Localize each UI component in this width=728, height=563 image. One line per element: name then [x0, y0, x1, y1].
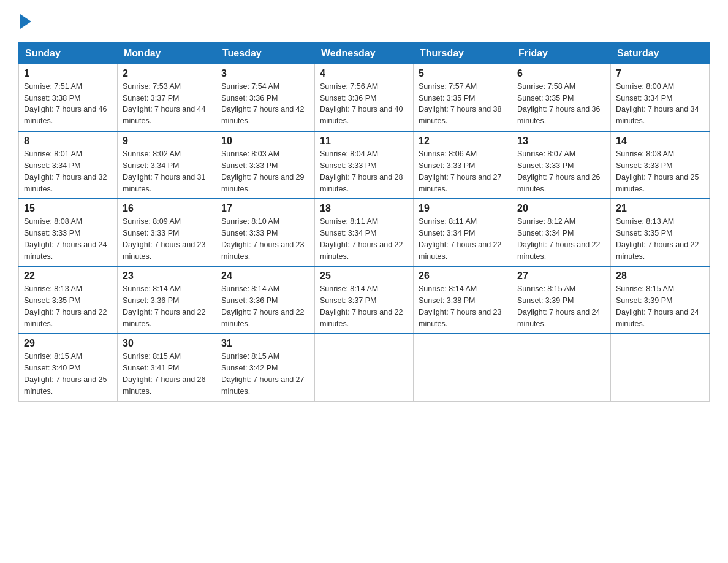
weekday-header-wednesday: Wednesday	[315, 42, 414, 64]
day-info: Sunrise: 8:14 AMSunset: 3:38 PMDaylight:…	[419, 285, 502, 327]
calendar-day-cell: 21 Sunrise: 8:13 AMSunset: 3:35 PMDaylig…	[611, 199, 710, 266]
day-number: 5	[419, 68, 507, 79]
day-info: Sunrise: 8:06 AMSunset: 3:33 PMDaylight:…	[419, 150, 502, 193]
day-info: Sunrise: 8:01 AMSunset: 3:34 PMDaylight:…	[24, 150, 107, 193]
calendar-day-cell: 6 Sunrise: 7:58 AMSunset: 3:35 PMDayligh…	[512, 64, 611, 131]
calendar-day-cell	[315, 334, 414, 401]
day-info: Sunrise: 8:03 AMSunset: 3:33 PMDaylight:…	[221, 150, 305, 193]
calendar-day-cell	[414, 334, 512, 401]
day-number: 6	[517, 68, 605, 79]
calendar-table: SundayMondayTuesdayWednesdayThursdayFrid…	[18, 42, 710, 402]
calendar-week-row: 8 Sunrise: 8:01 AMSunset: 3:34 PMDayligh…	[19, 131, 710, 199]
weekday-header-saturday: Saturday	[611, 42, 710, 64]
day-info: Sunrise: 8:14 AMSunset: 3:36 PMDaylight:…	[123, 285, 206, 327]
calendar-day-cell: 10 Sunrise: 8:03 AMSunset: 3:33 PMDaylig…	[216, 131, 315, 199]
day-number: 10	[221, 136, 309, 147]
calendar-day-cell: 17 Sunrise: 8:10 AMSunset: 3:33 PMDaylig…	[216, 199, 315, 266]
day-number: 31	[221, 338, 309, 349]
day-info: Sunrise: 8:07 AMSunset: 3:33 PMDaylight:…	[517, 150, 601, 193]
calendar-day-cell: 12 Sunrise: 8:06 AMSunset: 3:33 PMDaylig…	[414, 131, 512, 199]
day-info: Sunrise: 8:08 AMSunset: 3:33 PMDaylight:…	[24, 217, 107, 260]
calendar-day-cell: 11 Sunrise: 8:04 AMSunset: 3:33 PMDaylig…	[315, 131, 414, 199]
day-number: 27	[517, 270, 605, 282]
page-header	[18, 12, 710, 31]
calendar-week-row: 22 Sunrise: 8:13 AMSunset: 3:35 PMDaylig…	[19, 266, 710, 334]
day-info: Sunrise: 8:15 AMSunset: 3:39 PMDaylight:…	[616, 285, 699, 327]
calendar-header: SundayMondayTuesdayWednesdayThursdayFrid…	[19, 42, 710, 64]
day-info: Sunrise: 7:51 AMSunset: 3:38 PMDaylight:…	[24, 82, 107, 125]
calendar-day-cell: 27 Sunrise: 8:15 AMSunset: 3:39 PMDaylig…	[512, 266, 611, 334]
day-info: Sunrise: 8:15 AMSunset: 3:41 PMDaylight:…	[123, 352, 206, 395]
day-number: 12	[419, 136, 507, 147]
calendar-day-cell: 15 Sunrise: 8:08 AMSunset: 3:33 PMDaylig…	[19, 199, 118, 266]
calendar-day-cell: 3 Sunrise: 7:54 AMSunset: 3:36 PMDayligh…	[216, 64, 315, 131]
weekday-header-tuesday: Tuesday	[216, 42, 315, 64]
day-number: 29	[24, 338, 112, 349]
day-number: 8	[24, 136, 112, 147]
day-info: Sunrise: 8:14 AMSunset: 3:37 PMDaylight:…	[320, 285, 403, 327]
day-number: 15	[24, 203, 112, 214]
calendar-day-cell: 20 Sunrise: 8:12 AMSunset: 3:34 PMDaylig…	[512, 199, 611, 266]
calendar-day-cell: 30 Sunrise: 8:15 AMSunset: 3:41 PMDaylig…	[118, 334, 216, 401]
weekday-header-sunday: Sunday	[19, 42, 118, 64]
day-info: Sunrise: 8:09 AMSunset: 3:33 PMDaylight:…	[123, 217, 206, 260]
day-number: 2	[123, 68, 211, 79]
day-info: Sunrise: 7:57 AMSunset: 3:35 PMDaylight:…	[419, 82, 502, 125]
calendar-day-cell: 8 Sunrise: 8:01 AMSunset: 3:34 PMDayligh…	[19, 131, 118, 199]
day-info: Sunrise: 8:14 AMSunset: 3:36 PMDaylight:…	[221, 285, 305, 327]
day-number: 11	[320, 136, 408, 147]
day-info: Sunrise: 7:58 AMSunset: 3:35 PMDaylight:…	[517, 82, 601, 125]
day-info: Sunrise: 8:15 AMSunset: 3:39 PMDaylight:…	[517, 285, 601, 327]
calendar-week-row: 15 Sunrise: 8:08 AMSunset: 3:33 PMDaylig…	[19, 199, 710, 266]
calendar-day-cell: 22 Sunrise: 8:13 AMSunset: 3:35 PMDaylig…	[19, 266, 118, 334]
calendar-day-cell: 29 Sunrise: 8:15 AMSunset: 3:40 PMDaylig…	[19, 334, 118, 401]
day-number: 22	[24, 270, 112, 282]
weekday-header-friday: Friday	[512, 42, 611, 64]
calendar-day-cell: 14 Sunrise: 8:08 AMSunset: 3:33 PMDaylig…	[611, 131, 710, 199]
day-info: Sunrise: 7:53 AMSunset: 3:37 PMDaylight:…	[123, 82, 206, 125]
calendar-day-cell	[512, 334, 611, 401]
day-number: 9	[123, 136, 211, 147]
day-number: 18	[320, 203, 408, 214]
weekday-header-thursday: Thursday	[414, 42, 512, 64]
day-info: Sunrise: 8:12 AMSunset: 3:34 PMDaylight:…	[517, 217, 601, 260]
day-number: 19	[419, 203, 507, 214]
day-info: Sunrise: 8:13 AMSunset: 3:35 PMDaylight:…	[24, 285, 107, 327]
calendar-day-cell: 4 Sunrise: 7:56 AMSunset: 3:36 PMDayligh…	[315, 64, 414, 131]
day-number: 25	[320, 270, 408, 282]
calendar-day-cell: 7 Sunrise: 8:00 AMSunset: 3:34 PMDayligh…	[611, 64, 710, 131]
weekday-row: SundayMondayTuesdayWednesdayThursdayFrid…	[19, 42, 710, 64]
day-info: Sunrise: 8:15 AMSunset: 3:40 PMDaylight:…	[24, 352, 107, 395]
day-number: 26	[419, 270, 507, 282]
calendar-day-cell: 26 Sunrise: 8:14 AMSunset: 3:38 PMDaylig…	[414, 266, 512, 334]
calendar-day-cell	[611, 334, 710, 401]
day-info: Sunrise: 8:00 AMSunset: 3:34 PMDaylight:…	[616, 82, 699, 125]
day-info: Sunrise: 7:54 AMSunset: 3:36 PMDaylight:…	[221, 82, 305, 125]
logo-blue-text	[18, 12, 31, 31]
logo-arrow-icon	[20, 14, 31, 29]
calendar-day-cell: 16 Sunrise: 8:09 AMSunset: 3:33 PMDaylig…	[118, 199, 216, 266]
day-number: 14	[616, 136, 704, 147]
calendar-week-row: 29 Sunrise: 8:15 AMSunset: 3:40 PMDaylig…	[19, 334, 710, 401]
day-info: Sunrise: 8:13 AMSunset: 3:35 PMDaylight:…	[616, 217, 699, 260]
calendar-day-cell: 24 Sunrise: 8:14 AMSunset: 3:36 PMDaylig…	[216, 266, 315, 334]
day-number: 16	[123, 203, 211, 214]
calendar-day-cell: 28 Sunrise: 8:15 AMSunset: 3:39 PMDaylig…	[611, 266, 710, 334]
day-info: Sunrise: 8:15 AMSunset: 3:42 PMDaylight:…	[221, 352, 305, 395]
day-info: Sunrise: 8:08 AMSunset: 3:33 PMDaylight:…	[616, 150, 699, 193]
day-number: 3	[221, 68, 309, 79]
day-number: 28	[616, 270, 704, 282]
day-info: Sunrise: 8:11 AMSunset: 3:34 PMDaylight:…	[320, 217, 403, 260]
day-number: 20	[517, 203, 605, 214]
day-info: Sunrise: 8:11 AMSunset: 3:34 PMDaylight:…	[419, 217, 502, 260]
day-info: Sunrise: 8:04 AMSunset: 3:33 PMDaylight:…	[320, 150, 403, 193]
day-number: 24	[221, 270, 309, 282]
calendar-day-cell: 5 Sunrise: 7:57 AMSunset: 3:35 PMDayligh…	[414, 64, 512, 131]
calendar-day-cell: 23 Sunrise: 8:14 AMSunset: 3:36 PMDaylig…	[118, 266, 216, 334]
day-number: 13	[517, 136, 605, 147]
day-number: 21	[616, 203, 704, 214]
calendar-day-cell: 19 Sunrise: 8:11 AMSunset: 3:34 PMDaylig…	[414, 199, 512, 266]
calendar-day-cell: 1 Sunrise: 7:51 AMSunset: 3:38 PMDayligh…	[19, 64, 118, 131]
day-number: 23	[123, 270, 211, 282]
calendar-day-cell: 2 Sunrise: 7:53 AMSunset: 3:37 PMDayligh…	[118, 64, 216, 131]
